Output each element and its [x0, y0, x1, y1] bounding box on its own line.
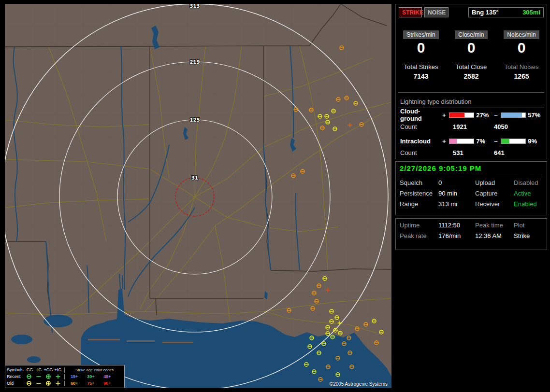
status-cell: Peak rate	[400, 232, 438, 239]
ring-label-219: 219	[190, 59, 200, 65]
total-noises: Total Noises 1265	[496, 63, 547, 80]
total-close-value: 2582	[446, 72, 496, 80]
totals-row: Total Strikes 7143 Total Close 2582 Tota…	[396, 63, 547, 80]
legend-col-neg-ic: -IC	[34, 367, 43, 372]
age-code-45: 45+	[99, 374, 116, 379]
ring-label-313: 313	[190, 4, 200, 9]
cloud-ground-label: Cloud-ground	[400, 108, 441, 122]
strikes-per-min: Strikes/min 0	[396, 30, 446, 56]
close-per-min: Close/min 0	[446, 30, 496, 56]
intracloud-count-row: Count 531 641	[400, 149, 505, 156]
ic-neg-bar-fill	[501, 139, 509, 143]
settings-grid: Squelch0UploadDisabledPersistence90 minC…	[400, 179, 543, 208]
noise-button[interactable]: NOISE	[424, 7, 449, 17]
datetime-settings-panel: 2/27/2026 9:05:19 PM Squelch0UploadDisab…	[395, 161, 547, 215]
barrier-island	[88, 339, 120, 340]
total-noises-value: 1265	[496, 72, 547, 80]
legend-col-neg-cg: -CG	[24, 367, 34, 372]
cloud-ground-row: Cloud-ground + 27% − 57%	[400, 112, 545, 118]
cloud-ground-count-row: Count 1921 4050	[400, 123, 508, 130]
ring-label-31: 31	[191, 175, 198, 181]
setting-cell: 313 mi	[438, 200, 475, 208]
status-cell: 1112:50	[438, 222, 475, 229]
legend-col-pos-cg: +CG	[43, 367, 53, 372]
legend-row-label: Recent	[7, 374, 24, 379]
legend-row-recent: Recent15+30+45+	[7, 373, 123, 380]
legend-symbols-title: Symbols	[7, 367, 24, 372]
legend-header: Symbols -CG -IC +CG +IC Strike age color…	[7, 366, 123, 373]
legend-symbol-m-icon	[34, 380, 43, 386]
age-code-90: 90+	[99, 381, 116, 386]
legend-symbol-m-icon	[34, 374, 43, 379]
intracloud-label: Intracloud	[400, 138, 441, 145]
age-code-15: 15+	[66, 374, 83, 379]
count-label: Count	[400, 123, 453, 130]
radar-map-panel: 313 219 125 31 Symbols -CG -IC +CG +IC S…	[5, 4, 391, 388]
status-cell: Uptime	[400, 222, 438, 229]
ic-pos-bar	[449, 139, 474, 144]
cg-neg-pct: 57%	[528, 112, 545, 119]
barrier-island	[127, 340, 155, 342]
total-strikes-value: 7143	[396, 72, 446, 80]
count-label: Count	[400, 149, 453, 156]
setting-cell: Disabled	[514, 179, 543, 186]
status-cell: Plot	[514, 222, 543, 229]
setting-cell: Active	[514, 190, 543, 197]
total-strikes: Total Strikes 7143	[396, 63, 446, 80]
setting-cell: Capture	[475, 190, 514, 197]
age-code-75: 75+	[83, 381, 99, 386]
total-close-label: Total Close	[446, 63, 496, 70]
noises-per-min: Noises/min 0	[496, 30, 547, 56]
total-close: Total Close 2582	[446, 63, 496, 80]
legend-rows: Recent15+30+45+Old60+75+90+	[7, 373, 123, 387]
strikes-per-min-value: 0	[396, 40, 446, 56]
age-code-30: 30+	[83, 374, 99, 379]
setting-cell: Squelch	[400, 179, 438, 186]
minus-sign: −	[493, 138, 499, 145]
bearing-label: Bng 135°	[472, 9, 499, 16]
close-per-min-label: Close/min	[455, 30, 487, 39]
bearing-display: Bng 135° 305mi	[468, 7, 544, 17]
legend-symbol-cp-icon	[43, 380, 53, 386]
ic-pos-bar-fill	[449, 139, 457, 143]
ic-pos-count: 531	[453, 149, 494, 156]
rate-counters: Strikes/min 0 Close/min 0 Noises/min 0	[396, 30, 547, 56]
legend-divider	[64, 374, 65, 379]
uptime-panel: Uptime1112:50Peak timePlotPeak rate176/m…	[395, 218, 547, 250]
legend-row-old: Old60+75+90+	[7, 380, 123, 387]
noises-per-min-label: Noises/min	[504, 30, 539, 39]
ic-neg-bar	[501, 139, 526, 144]
cg-neg-bar-fill	[501, 113, 522, 117]
section-divider	[398, 92, 544, 93]
bearing-range: 305mi	[522, 9, 540, 16]
legend-symbol-cp-icon	[43, 374, 53, 379]
total-strikes-label: Total Strikes	[396, 63, 446, 70]
legend-age-title: Strike age color codes	[66, 368, 123, 372]
setting-cell: Receiver	[475, 200, 514, 208]
cg-pos-count: 1921	[453, 123, 494, 130]
cg-neg-count: 4050	[494, 123, 508, 130]
lake	[43, 315, 72, 327]
radar-map: 313 219 125 31	[5, 4, 391, 388]
plus-sign: +	[441, 112, 448, 119]
ic-neg-count: 641	[494, 149, 505, 156]
close-per-min-value: 0	[446, 40, 496, 56]
strike-button[interactable]: STRIKE	[399, 7, 422, 17]
cg-pos-bar-fill	[449, 113, 464, 117]
datetime-display: 2/27/2026 9:05:19 PM	[400, 164, 543, 175]
stats-panel: STRIKE NOISE Bng 135° 305mi Strikes/min …	[395, 4, 547, 159]
ic-pos-pct: 7%	[476, 138, 493, 145]
setting-cell: Enabled	[514, 200, 543, 208]
setting-cell: 90 min	[438, 190, 475, 197]
total-noises-label: Total Noises	[496, 63, 547, 70]
copyright-text: ©2005 Astrogenic Systems	[330, 381, 388, 387]
nexstorm-window: 313 219 125 31 Symbols -CG -IC +CG +IC S…	[0, 0, 550, 392]
lake	[11, 335, 32, 344]
cg-pos-bar	[449, 112, 474, 118]
status-cell: Peak time	[475, 222, 514, 229]
lake	[27, 356, 41, 363]
age-code-60: 60+	[66, 381, 83, 386]
status-cell: Strike	[514, 232, 543, 239]
ic-neg-pct: 9%	[528, 138, 545, 145]
setting-cell: 0	[438, 179, 475, 186]
